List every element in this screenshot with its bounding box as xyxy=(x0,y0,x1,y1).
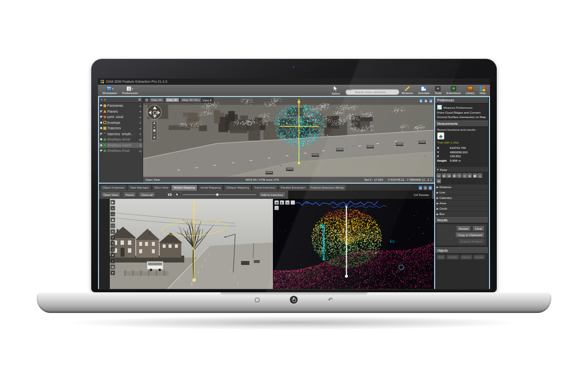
power-button[interactable] xyxy=(290,296,297,304)
measure-preferences-item[interactable]: Measure Preferences xyxy=(437,104,486,110)
diamond-icon[interactable]: ◇ xyxy=(110,247,115,252)
compass-ring-icon[interactable] xyxy=(147,105,162,119)
pan-down-icon[interactable]: ▼ xyxy=(153,136,156,140)
section-area[interactable]: ▶ Area xyxy=(435,201,488,206)
search-input[interactable] xyxy=(345,89,399,95)
library-button[interactable]: Library xyxy=(463,86,477,95)
point-tool-icon[interactable]: ⊟ xyxy=(447,173,451,178)
slider-thumb[interactable] xyxy=(216,193,219,196)
tree-item[interactable]: Panoramas ▲ xyxy=(99,103,143,109)
section-catenary[interactable]: ▶ Catenary xyxy=(435,195,488,200)
tab-oblique-mapping[interactable]: Oblique Mapping xyxy=(223,185,251,191)
tab-map-3d-sl[interactable]: Map 3D (SL) xyxy=(180,97,201,102)
extensions-button[interactable]: ∗ Extensions xyxy=(444,86,463,95)
preferences-button[interactable]: 1▾ Preferences xyxy=(120,86,140,95)
tab-map-2d[interactable]: Map 2D xyxy=(149,97,164,102)
zoom-out-icon[interactable]: − xyxy=(110,212,115,216)
dock-icon-3[interactable]: ▥ xyxy=(428,186,432,190)
point-tool-icon[interactable]: △ xyxy=(478,173,482,178)
checkbox[interactable] xyxy=(100,144,102,146)
more-icon[interactable]: ▾ xyxy=(110,270,115,275)
select-tool-small-button[interactable] xyxy=(175,192,180,197)
tab-map-3d[interactable]: Map 3D xyxy=(165,97,180,102)
copy-to-clipboard-button[interactable]: Copy to Clipboard xyxy=(455,232,485,238)
rotate-icon[interactable]: ↺ xyxy=(110,235,115,240)
point-tool-icon[interactable]: ◎ xyxy=(463,173,467,178)
street-view-viewport[interactable]: ▶ + − ◉ ▢ A ↺ ≡ ◇ ⊕ xyxy=(110,199,273,289)
pref-link-ground[interactable]: Ground Surface intersection on Map 2D xyxy=(437,115,486,119)
rows-icon[interactable]: ▤ xyxy=(285,200,290,205)
point-tool-icon[interactable]: ⊙ xyxy=(457,173,462,178)
add-dataset-icon[interactable]: + xyxy=(100,98,102,101)
checkbox[interactable] xyxy=(100,133,102,135)
point-tool-icon[interactable]: ⊡ xyxy=(437,173,441,178)
tree-item[interactable]: BingMaps-Aerial ▤ xyxy=(99,137,143,143)
checkbox[interactable] xyxy=(100,127,102,129)
grid-icon[interactable]: ▤ xyxy=(110,264,115,269)
split-view-icon[interactable]: ▣ xyxy=(424,98,428,102)
zoom-out-icon[interactable]: − xyxy=(153,133,155,137)
section-circle[interactable]: ▶ Circle xyxy=(435,206,488,211)
annotate-button[interactable]: Annotate xyxy=(416,86,432,95)
checkbox[interactable] xyxy=(100,116,102,118)
tab-mobile-mapping[interactable]: Mobile Mapping xyxy=(171,185,197,191)
tree-item[interactable]: trajectory_simplif... ▲ xyxy=(99,131,143,137)
checkbox[interactable] xyxy=(100,121,102,124)
select-tool-button[interactable]: Select xyxy=(329,86,343,95)
point-tool-icon[interactable]: ⊞ xyxy=(442,173,446,178)
point-tool-icon[interactable]: ⊠ xyxy=(452,173,457,178)
split-icon[interactable]: ◧ xyxy=(280,200,284,205)
tab-object-inspector[interactable]: Object Inspector xyxy=(100,185,127,191)
frame-icon[interactable]: ▢ xyxy=(110,223,115,228)
tree-item[interactable]: BingMaps-Road ▤ xyxy=(99,148,143,154)
dock-icon-1[interactable]: ▤ xyxy=(418,186,422,190)
circle-icon[interactable]: ○ xyxy=(291,200,295,205)
fullscreen-icon[interactable]: ◪ xyxy=(429,98,433,102)
tab-task-manager[interactable]: Task Manager xyxy=(127,185,151,191)
list-icon[interactable]: ≡ xyxy=(104,98,106,101)
add-point-icon[interactable]: ⊕ xyxy=(110,253,115,258)
layers-icon[interactable]: ≡ xyxy=(110,241,115,246)
checkbox[interactable] xyxy=(100,138,102,141)
target-icon[interactable]: ◉ xyxy=(110,217,115,222)
point-tool-icon[interactable]: ⊕ xyxy=(437,179,441,183)
tab-slice-view[interactable]: Slice View xyxy=(152,185,171,191)
compass-widget[interactable]: ▲ + ▣ − ▼ xyxy=(147,105,162,141)
pref-link-ridges[interactable]: Point Cloud Ridges and Corners xyxy=(437,110,486,115)
tree-item[interactable]: point_cloud ▲ xyxy=(99,114,143,120)
tree-item[interactable]: Envelope ▲ xyxy=(99,120,143,126)
target-icon[interactable]: ◎ xyxy=(274,206,279,210)
open-view-button[interactable]: Open View xyxy=(101,192,121,197)
section-distance[interactable]: ▶ Distance xyxy=(435,185,488,190)
pointcloud-canvas[interactable] xyxy=(273,199,434,289)
tree-item[interactable]: Trajectory ▲ xyxy=(99,125,143,131)
gear-icon[interactable]: ⚙ xyxy=(138,98,141,102)
grid-icon[interactable]: ▦ xyxy=(274,200,279,205)
point-tool-icon[interactable]: ◈ xyxy=(467,173,472,178)
tree-item-selected[interactable]: BingMaps-Hybrid ▤ xyxy=(99,143,143,148)
tools-button[interactable]: × Tools xyxy=(432,86,444,95)
layout-grid-icon[interactable] xyxy=(145,98,148,102)
zoom-bar[interactable]: ▲ + ▣ − ▼ xyxy=(151,121,157,141)
checkbox[interactable] xyxy=(100,110,102,113)
label-icon[interactable]: A xyxy=(110,229,115,234)
zoom-in-icon[interactable]: + xyxy=(153,125,155,129)
tab-asset-inventory[interactable]: Asset Inventory xyxy=(252,185,278,191)
pan-up-icon[interactable]: ▲ xyxy=(153,121,156,125)
section-point[interactable]: ▼ Point xyxy=(435,167,488,172)
clear-button[interactable]: Clear xyxy=(472,226,485,231)
status-open-view[interactable]: Open View xyxy=(146,178,160,181)
help-button[interactable]: Help xyxy=(477,86,488,95)
restart-button[interactable]: Restart xyxy=(456,226,471,231)
map-3d-viewport[interactable]: Map 2D Map 3D Map 3D (SL) View ▾ ▲ xyxy=(143,97,434,183)
focus-button[interactable]: Focus xyxy=(123,192,136,197)
tab-feature-detection[interactable]: Feature Detection (Beta) xyxy=(308,185,346,191)
tab-parallel-extraction[interactable]: Parallel Extraction xyxy=(278,185,308,191)
map-canvas[interactable] xyxy=(143,97,434,183)
view-menu[interactable]: View ▾ xyxy=(202,98,211,102)
checkbox[interactable] xyxy=(100,104,102,107)
close-icon[interactable]: × xyxy=(110,259,115,263)
checkbox[interactable] xyxy=(100,149,102,152)
point-tool-icon[interactable]: ▣ xyxy=(473,173,477,178)
close-all-button[interactable]: Close all xyxy=(139,192,155,197)
